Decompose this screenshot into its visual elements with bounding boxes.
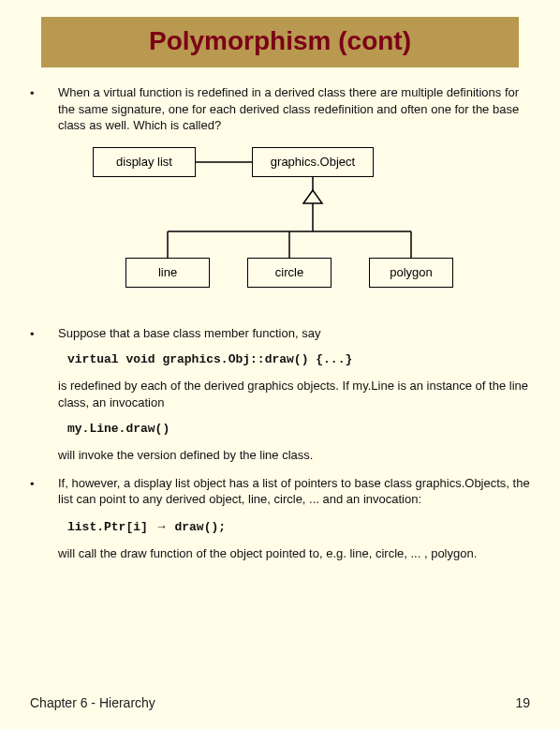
page-number: 19 — [515, 695, 530, 710]
body-text: will invoke the version defined by the l… — [58, 447, 530, 464]
diagram-box-line: line — [125, 258, 210, 288]
slide-title: Polymorphism (cont) — [41, 17, 519, 67]
class-diagram: display list graphics.Object line circle… — [65, 147, 495, 306]
bullet-marker: • — [30, 325, 58, 342]
bullet-text: When a virtual function is redefined in … — [58, 84, 530, 134]
bullet-marker: • — [30, 84, 58, 134]
body-text: is redefined by each of the derived grap… — [58, 378, 530, 410]
slide: Polymorphism (cont) • When a virtual fun… — [0, 0, 560, 729]
bullet-item: • Suppose that a base class member funct… — [30, 325, 530, 342]
arrow-icon: → — [155, 519, 168, 533]
diagram-box-display-list: display list — [93, 147, 196, 177]
code-snippet: list.Ptr[i] → draw(); — [67, 519, 530, 534]
bullet-text: Suppose that a base class member functio… — [58, 325, 530, 342]
bullet-item: • If, however, a display list object has… — [30, 475, 530, 508]
code-snippet: virtual void graphics.Obj::draw() {...} — [67, 352, 530, 366]
code-part: draw(); — [168, 520, 226, 534]
diagram-box-graphics-object: graphics.Object — [252, 147, 374, 177]
slide-footer: Chapter 6 - Hierarchy 19 — [30, 695, 530, 710]
bullet-text: If, however, a display list object has a… — [58, 475, 530, 508]
code-part: list.Ptr[i] — [67, 520, 155, 534]
body-text: will call the draw function of the objec… — [58, 545, 530, 562]
chapter-label: Chapter 6 - Hierarchy — [30, 695, 155, 710]
bullet-item: • When a virtual function is redefined i… — [30, 84, 530, 134]
diagram-box-circle: circle — [247, 258, 332, 288]
diagram-box-polygon: polygon — [369, 258, 453, 288]
svg-marker-2 — [303, 190, 322, 203]
bullet-marker: • — [30, 475, 58, 508]
code-snippet: my.Line.draw() — [67, 422, 530, 436]
